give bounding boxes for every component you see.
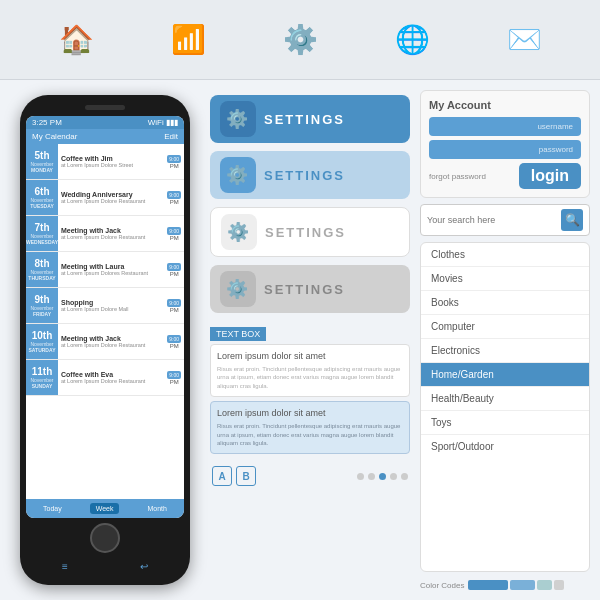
globe-icon[interactable]: 🌐 <box>387 15 437 65</box>
calendar-entry[interactable]: 8th November THURSDAY Meeting with Laura… <box>26 252 184 288</box>
calendar-entry[interactable]: 7th November WEDNESDAY Meeting with Jack… <box>26 216 184 252</box>
text-box-main-1: Lorem ipsum dolor sit amet <box>217 351 403 361</box>
tab-week[interactable]: Week <box>90 503 120 514</box>
my-account-title: My Account <box>429 99 581 111</box>
username-label: username <box>537 122 573 131</box>
calendar-entry[interactable]: 11th November SUNDAY Coffee with Eva at … <box>26 360 184 396</box>
menu-icon[interactable]: ≡ <box>62 561 68 572</box>
pag-dot-0[interactable] <box>357 473 364 480</box>
calendar-entry[interactable]: 5th November MONDAY Coffee with Jim at L… <box>26 144 184 180</box>
category-item[interactable]: Books <box>421 291 589 315</box>
phone-signal: WiFi ▮▮▮ <box>148 118 178 127</box>
search-button[interactable]: 🔍 <box>561 209 583 231</box>
settings-button-1[interactable]: ⚙️ SETTINGS <box>210 95 410 143</box>
color-codes: Color Codes <box>420 580 590 590</box>
text-box-1: Lorem ipsum dolor sit amet Risus erat pr… <box>210 344 410 397</box>
pagination: A B <box>210 466 410 486</box>
settings-icon-2: ⚙️ <box>220 157 256 193</box>
login-button[interactable]: login <box>519 163 581 189</box>
settings-label-4: SETTINGS <box>264 282 345 297</box>
main-content: 3:25 PM WiFi ▮▮▮ My Calendar Edit 5th No… <box>0 80 600 600</box>
calendar-edit[interactable]: Edit <box>164 132 178 141</box>
settings-icon-3: ⚙️ <box>221 214 257 250</box>
pagination-dots <box>357 473 408 480</box>
cal-date: 9th November FRIDAY <box>26 288 58 323</box>
cal-title: Meeting with Jack <box>61 335 161 342</box>
category-item[interactable]: Electronics <box>421 339 589 363</box>
cal-location: at Lorem Ipsum Dolores Restaurant <box>61 270 161 276</box>
pag-dot-4[interactable] <box>401 473 408 480</box>
text-box-label: TEXT BOX <box>210 327 266 341</box>
password-field[interactable]: password <box>429 140 581 159</box>
search-input[interactable] <box>427 215 557 225</box>
text-box-section: TEXT BOX Lorem ipsum dolor sit amet Risu… <box>210 323 410 454</box>
cal-info: Meeting with Jack at Lorem Ipsum Dolore … <box>58 324 164 359</box>
cal-location: at Lorem Ipsum Dolore Mall <box>61 306 161 312</box>
category-item[interactable]: Sport/Outdoor <box>421 435 589 458</box>
pag-dot-1[interactable] <box>368 473 375 480</box>
calendar-entry[interactable]: 10th November SATURDAY Meeting with Jack… <box>26 324 184 360</box>
color-codes-label: Color Codes <box>420 581 464 590</box>
cal-time-badge: 9:00 PM <box>164 360 184 395</box>
pag-letter-b[interactable]: B <box>236 466 256 486</box>
home-icon[interactable]: 🏠 <box>51 15 101 65</box>
cal-title: Shopping <box>61 299 161 306</box>
cal-location: at Lorem Ipsum Dolore Restaurant <box>61 234 161 240</box>
text-box-2: Lorem ipsum dolor sit amet Risus erat pr… <box>210 401 410 454</box>
cal-time-badge: 9:00 PM <box>164 144 184 179</box>
forgot-password-link[interactable]: forgot password <box>429 172 486 181</box>
settings-button-2[interactable]: ⚙️ SETTINGS <box>210 151 410 199</box>
calendar-entry[interactable]: 9th November FRIDAY Shopping at Lorem Ip… <box>26 288 184 324</box>
tab-today[interactable]: Today <box>37 503 68 514</box>
cal-date: 10th November SATURDAY <box>26 324 58 359</box>
category-item[interactable]: Toys <box>421 411 589 435</box>
cal-date: 11th November SUNDAY <box>26 360 58 395</box>
back-icon[interactable]: ↩ <box>140 561 148 572</box>
cal-info: Coffee with Jim at Lorem Ipsum Dolore St… <box>58 144 164 179</box>
category-item[interactable]: Health/Beauty <box>421 387 589 411</box>
top-nav: 🏠 📶 ⚙️ 🌐 ✉️ <box>0 0 600 80</box>
right-panel: My Account username password forgot pass… <box>420 90 590 590</box>
cal-time-badge: 9:00 PM <box>164 252 184 287</box>
my-account: My Account username password forgot pass… <box>420 90 590 198</box>
settings-label-2: SETTINGS <box>264 168 345 183</box>
calendar-title: My Calendar <box>32 132 77 141</box>
calendar-entries: 5th November MONDAY Coffee with Jim at L… <box>26 144 184 499</box>
cal-title: Wedding Anniversary <box>61 191 161 198</box>
cal-location: at Lorem Ipsum Dolore Street <box>61 162 161 168</box>
pag-dot-3[interactable] <box>390 473 397 480</box>
phone-bottom-icons: ≡ ↩ <box>26 558 184 575</box>
cal-location: at Lorem Ipsum Dolore Restaurant <box>61 198 161 204</box>
cal-date: 8th November THURSDAY <box>26 252 58 287</box>
settings-button-3[interactable]: ⚙️ SETTINGS <box>210 207 410 257</box>
cal-location: at Lorem Ipsum Dolore Restaurant <box>61 342 161 348</box>
signal-icon[interactable]: 📶 <box>163 15 213 65</box>
cal-date: 7th November WEDNESDAY <box>26 216 58 251</box>
text-box-main-2: Lorem ipsum dolor sit amet <box>217 408 403 418</box>
mail-icon[interactable]: ✉️ <box>499 15 549 65</box>
category-item[interactable]: Home/Garden <box>421 363 589 387</box>
phone-home-button[interactable] <box>90 523 120 553</box>
settings-icon[interactable]: ⚙️ <box>275 15 325 65</box>
cal-title: Coffee with Jim <box>61 155 161 162</box>
cal-time-badge: 9:00 PM <box>164 288 184 323</box>
color-swatch <box>537 580 552 590</box>
text-box-body-1: Risus erat proin. Tincidunt pellentesque… <box>217 365 403 390</box>
pag-letter-a[interactable]: A <box>212 466 232 486</box>
category-item[interactable]: Computer <box>421 315 589 339</box>
category-item[interactable]: Clothes <box>421 243 589 267</box>
settings-button-4[interactable]: ⚙️ SETTINGS <box>210 265 410 313</box>
settings-icon-1: ⚙️ <box>220 101 256 137</box>
cal-time-badge: 9:00 PM <box>164 216 184 251</box>
calendar-entry[interactable]: 6th November TUESDAY Wedding Anniversary… <box>26 180 184 216</box>
cal-info: Wedding Anniversary at Lorem Ipsum Dolor… <box>58 180 164 215</box>
phone-header: My Calendar Edit <box>26 129 184 144</box>
username-field[interactable]: username <box>429 117 581 136</box>
tab-month[interactable]: Month <box>142 503 173 514</box>
category-item[interactable]: Movies <box>421 267 589 291</box>
phone-time: 3:25 PM <box>32 118 62 127</box>
cal-time-badge: 9:00 PM <box>164 180 184 215</box>
cal-time-badge: 9:00 PM <box>164 324 184 359</box>
color-swatch <box>554 580 564 590</box>
pag-dot-2[interactable] <box>379 473 386 480</box>
